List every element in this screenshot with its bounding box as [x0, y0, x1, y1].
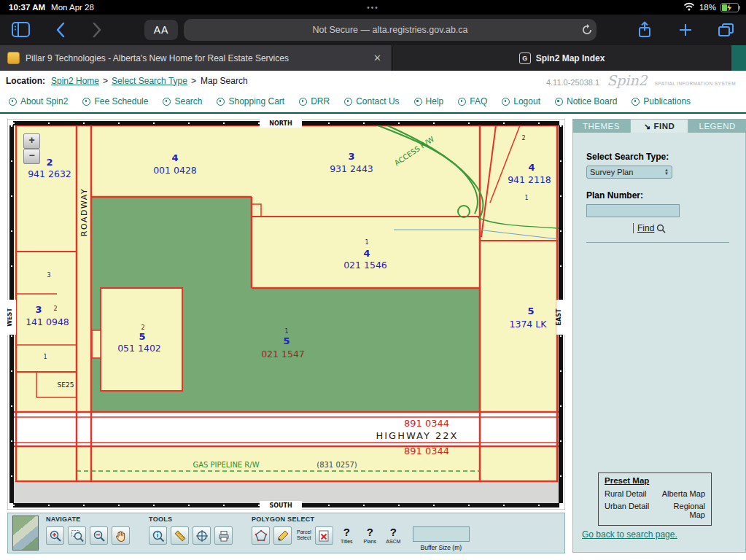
close-tab-icon[interactable]: ✕ — [370, 52, 384, 63]
nav-shopping-cart[interactable]: Shopping Cart — [217, 96, 284, 106]
parcel-select-tool-button[interactable] — [273, 526, 292, 545]
parcel-141-0948[interactable] — [16, 252, 77, 372]
nav-logout[interactable]: Logout — [502, 96, 540, 106]
plan-051-1402: 051 1402 — [117, 343, 161, 354]
pan-hand-icon — [114, 529, 128, 542]
tab-pillar9[interactable]: Pillar 9 Technologies - Alberta's New Ho… — [0, 45, 392, 71]
nav-bullet-icon — [82, 98, 90, 106]
pan-tool-button[interactable] — [112, 526, 130, 545]
lot-051-1402: 5 — [139, 331, 145, 342]
buffer-size-input[interactable] — [413, 526, 470, 542]
search-type-select[interactable]: Survey Plan ▲▼ — [586, 166, 672, 179]
nav-help[interactable]: Help — [414, 96, 444, 106]
preset-regional-map[interactable]: Regional Map — [657, 502, 705, 519]
parcel-1374-lk[interactable] — [480, 241, 557, 412]
find-button[interactable]: Find — [633, 223, 745, 233]
map-zoom-out-button[interactable]: − — [23, 149, 40, 164]
pillar9-favicon — [7, 52, 20, 64]
tools-label: TOOLS — [149, 516, 233, 523]
tab-themes[interactable]: THEMES — [572, 119, 630, 133]
nav-bullet-icon — [163, 98, 171, 106]
breadcrumb-separator: > — [103, 76, 108, 86]
sidebar-toggle-icon[interactable] — [12, 22, 30, 37]
preset-urban-detail[interactable]: Urban Detail — [605, 502, 653, 519]
plan-891-0344-lower: 891 0344 — [404, 446, 449, 456]
site-nav: About Spin2 Fee Schedule Search Shopping… — [0, 90, 746, 114]
nav-bullet-icon — [632, 98, 640, 106]
wifi-icon — [683, 2, 695, 12]
tab-bar-accent — [731, 45, 746, 71]
map-viewport[interactable]: NORTH SOUTH WEST EAST 2 941 2632 4 001 0… — [7, 119, 565, 510]
preset-rural-detail[interactable]: Rural Detail — [605, 489, 653, 498]
reload-icon[interactable] — [581, 24, 593, 36]
reader-view-button[interactable]: AA — [144, 20, 178, 40]
nav-search[interactable]: Search — [163, 96, 202, 106]
back-icon[interactable] — [55, 22, 66, 38]
spin2-logo-subtitle: SPATIAL INFORMATION SYSTEM — [655, 81, 736, 86]
breadcrumb-spin2-home[interactable]: Spin2 Home — [51, 76, 99, 86]
tab-spin2-title: Spin2 Map Index — [536, 53, 605, 63]
identify-tool-button[interactable]: i — [149, 526, 167, 545]
question-icon: ? — [367, 526, 373, 537]
nav-notice-board[interactable]: Notice Board — [555, 96, 617, 106]
parcel-021-1546[interactable] — [252, 217, 480, 288]
label-gas-pipeline: GAS PIPELINE R/W — [193, 461, 259, 469]
locate-tool-button[interactable] — [193, 526, 211, 545]
preset-alberta-map[interactable]: Alberta Map — [657, 489, 705, 498]
address-bar[interactable]: Not Secure — alta.registries.gov.ab.ca — [184, 19, 597, 41]
nav-publications[interactable]: Publications — [632, 96, 691, 106]
zoom-out-tool-button[interactable] — [90, 526, 108, 545]
sub-021-1547: 1 — [284, 328, 288, 335]
sub-051-1402: 2 — [141, 324, 144, 331]
ascm-help-button[interactable]: ? ASCM — [384, 526, 403, 544]
parcel-931-2443[interactable] — [252, 125, 480, 217]
nav-bullet-icon — [299, 98, 307, 106]
polygon-select-label: POLYGON SELECT — [252, 516, 470, 523]
battery-percent: 18% — [699, 3, 716, 12]
nav-bullet-icon — [502, 98, 510, 106]
clear-selection-button[interactable] — [315, 526, 333, 545]
find-panel: Select Search Type: Survey Plan ▲▼ Plan … — [572, 133, 746, 553]
zoom-window-tool-button[interactable] — [68, 526, 86, 545]
location-label: Location: — [6, 76, 45, 86]
plans-help-button[interactable]: ? Plans — [360, 526, 380, 544]
parcel-941-2118[interactable] — [480, 125, 557, 241]
plan-number-label: Plan Number: — [586, 190, 745, 201]
tab-legend[interactable]: LEGEND — [688, 119, 746, 133]
multitask-dots[interactable]: ••• — [367, 4, 379, 12]
plan-831-0257: (831 0257) — [316, 461, 357, 469]
breadcrumb-select-search-type[interactable]: Select Search Type — [112, 76, 187, 86]
parcel-sliver[interactable] — [92, 330, 101, 358]
nav-drr[interactable]: DRR — [299, 96, 330, 106]
back-to-search-link[interactable]: Go back to search page. — [582, 529, 677, 540]
measure-tool-button[interactable] — [171, 526, 189, 545]
clock: 10:37 AM — [9, 3, 45, 12]
question-icon: ? — [390, 526, 397, 537]
tab-find[interactable]: ↘ FIND — [630, 119, 689, 133]
tab-spin2[interactable]: G Spin2 Map Index — [392, 45, 731, 71]
select-stepper-icon: ▲▼ — [664, 168, 669, 176]
print-tool-button[interactable] — [214, 526, 233, 545]
nav-faq[interactable]: FAQ — [458, 96, 487, 106]
parcel-001-0428[interactable] — [91, 125, 252, 197]
date: Mon Apr 28 — [51, 3, 94, 12]
plan-number-input[interactable] — [586, 204, 680, 217]
map-zoom-in-button[interactable]: + — [23, 133, 40, 149]
search-type-label: Select Search Type: — [586, 152, 745, 162]
forward-icon[interactable] — [92, 22, 102, 38]
nav-bullet-icon — [555, 98, 563, 106]
nav-contact-us[interactable]: Contact Us — [344, 96, 399, 106]
nav-fee-schedule[interactable]: Fee Schedule — [82, 96, 148, 106]
overview-map-thumbnail[interactable] — [12, 516, 39, 551]
zoom-in-tool-button[interactable] — [46, 526, 64, 545]
polygon-draw-tool-button[interactable] — [252, 526, 270, 545]
tabs-overview-icon[interactable] — [718, 23, 734, 37]
new-tab-icon[interactable] — [678, 23, 693, 37]
breadcrumb-current: Map Search — [201, 76, 248, 86]
nav-about-spin2[interactable]: About Spin2 — [9, 96, 68, 106]
share-icon[interactable] — [637, 21, 652, 39]
titles-help-button[interactable]: ? Titles — [337, 526, 357, 544]
printer-icon — [217, 529, 230, 542]
compass-south: SOUTH — [269, 502, 292, 509]
cadastral-map[interactable]: NORTH SOUTH WEST EAST 2 941 2632 4 001 0… — [7, 119, 565, 510]
